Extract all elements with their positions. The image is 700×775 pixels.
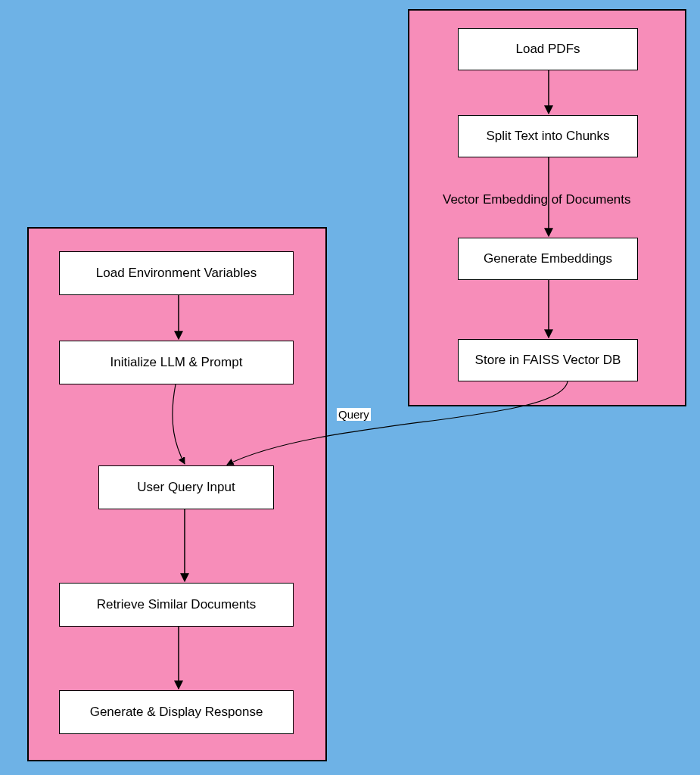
node-load-pdfs: Load PDFs: [458, 28, 638, 70]
node-retrieve: Retrieve Similar Documents: [59, 583, 294, 627]
node-label: Load Environment Variables: [96, 266, 257, 281]
node-store-faiss: Store in FAISS Vector DB: [458, 339, 638, 381]
node-label: Generate Embeddings: [484, 251, 612, 266]
node-load-env: Load Environment Variables: [59, 251, 294, 295]
node-user-query: User Query Input: [98, 465, 274, 509]
node-label: Initialize LLM & Prompt: [110, 355, 243, 370]
section-label-vector-embedding: Vector Embedding of Documents: [443, 192, 631, 207]
node-label: Store in FAISS Vector DB: [475, 353, 621, 368]
edge-label-query: Query: [337, 408, 371, 421]
node-label: Retrieve Similar Documents: [97, 597, 257, 612]
node-label: Generate & Display Response: [90, 705, 263, 720]
node-label: Load PDFs: [515, 42, 580, 57]
node-split-text: Split Text into Chunks: [458, 115, 638, 157]
node-label: User Query Input: [137, 480, 235, 495]
node-label: Split Text into Chunks: [486, 129, 609, 144]
node-generate-response: Generate & Display Response: [59, 690, 294, 734]
node-generate-embeddings: Generate Embeddings: [458, 238, 638, 280]
node-init-llm: Initialize LLM & Prompt: [59, 341, 294, 384]
diagram-canvas: Load PDFs Split Text into Chunks Vector …: [0, 0, 700, 775]
